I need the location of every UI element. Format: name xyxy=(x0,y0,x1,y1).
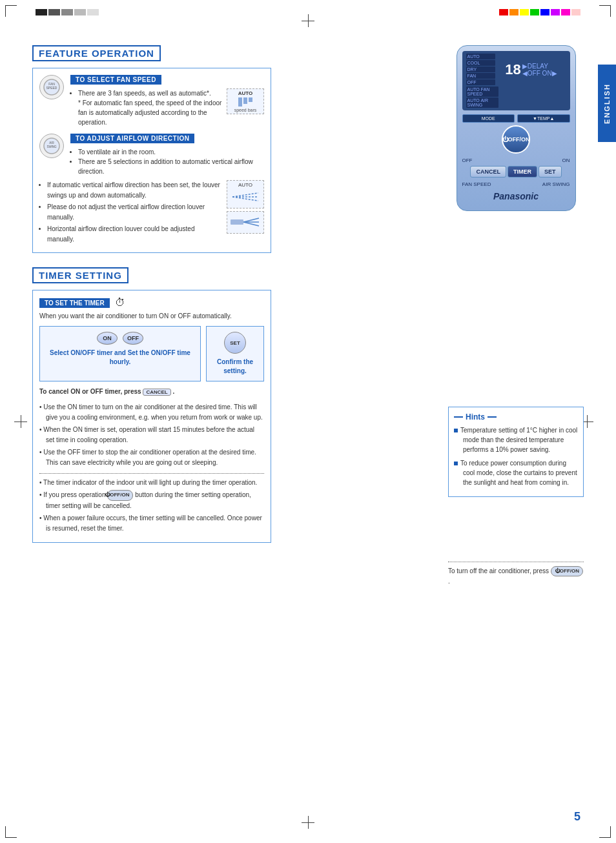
panasonic-logo: Panasonic xyxy=(462,191,570,201)
auto-fan-speed: AUTO FAN SPEED xyxy=(466,86,498,97)
airflow-diagram: AUTO xyxy=(227,180,264,234)
cancel-text: To cancel ON or OFF timer, press xyxy=(39,388,141,395)
timer-setting-title: TIMER SETTING xyxy=(32,267,128,283)
swatch-r2 xyxy=(509,9,518,15)
remote-control: AUTO COOL DRY FAN OFF 18 ▶DELAY ◀OFF ON▶… xyxy=(457,45,576,211)
timer-note-2: • If you press operation ⏻OFF/ON button … xyxy=(39,490,264,511)
airflow-extra: If automatic vertical airflow direction … xyxy=(39,180,264,246)
remote-display: AUTO COOL DRY FAN OFF 18 ▶DELAY ◀OFF ON▶… xyxy=(462,51,570,110)
timer-bullets: • Use the ON timer to turn on the air co… xyxy=(39,402,264,468)
timer-set-header: TO SET THE TIMER ⏱ xyxy=(39,297,264,309)
svg-rect-9 xyxy=(231,219,243,225)
feature-operation-title: FEATURE OPERATION xyxy=(32,45,161,61)
airflow-extra-1: If automatic vertical airflow direction … xyxy=(47,180,221,201)
set-button[interactable]: SET xyxy=(224,332,246,354)
air-swing-label: AIR SWING xyxy=(542,181,570,187)
off-button[interactable]: OFF xyxy=(123,332,143,345)
cancel-line: To cancel ON or OFF timer, press CANCEL … xyxy=(39,388,264,396)
right-display-items: AUTO FAN SPEED AUTO AIR SWING xyxy=(466,86,498,108)
fan-bullet-1: There are 3 fan speeds, as well as autom… xyxy=(78,88,223,98)
airflow-icon-area: AIR SWING xyxy=(39,134,64,176)
swatch-r4 xyxy=(530,9,539,15)
airflow-bullets: To ventilate air in the room. There are … xyxy=(70,147,264,176)
fan-speed-bullets: There are 3 fan speeds, as well as autom… xyxy=(70,88,223,127)
timer-icon: ⏱ xyxy=(115,297,125,309)
timer-bullet-3: • Use the OFF timer to stop the air cond… xyxy=(39,447,264,468)
cancel-timer-btn[interactable]: CANCEL xyxy=(470,166,506,178)
svg-line-6 xyxy=(232,193,258,197)
display-fan: FAN xyxy=(466,73,495,79)
hints-dash-right xyxy=(488,416,497,418)
fan-speed-diagram: AUTO speed bars xyxy=(227,88,264,114)
timer-confirm-box: SET Confirm the setting. xyxy=(206,326,264,381)
on-off-btn-row: ON OFF xyxy=(45,332,195,345)
fan-speed-content: TO SELECT FAN SPEED There are 3 fan spee… xyxy=(70,75,264,127)
airflow-header: TO ADJUST AIRFLOW DIRECTION xyxy=(70,134,194,143)
temp-delay: ▶DELAY ◀OFF ON▶ xyxy=(522,63,557,77)
offon-main-button[interactable]: ⏻OFF/ON xyxy=(502,125,530,154)
airflow-extra-3: Horizontal airflow direction louver coul… xyxy=(47,224,221,245)
svg-text:SPEED: SPEED xyxy=(46,86,57,90)
mode-btn[interactable]: MODE xyxy=(462,114,515,123)
bottom-note-text: To turn off the air conditioner, press xyxy=(448,567,549,574)
bullet-1 xyxy=(454,429,458,432)
set-timer-btn[interactable]: SET xyxy=(539,166,562,178)
timer-btn[interactable]: TIMER xyxy=(508,166,537,178)
display-cool: COOL xyxy=(466,60,495,66)
swatch-r5 xyxy=(540,9,549,15)
hint-1: Temperature setting of 1°C higher in coo… xyxy=(454,425,578,454)
svg-text:SWING: SWING xyxy=(46,145,57,148)
airflow-bullet-1: To ventilate air in the room. xyxy=(78,147,264,157)
corner-mark-tr xyxy=(599,5,611,17)
fan-speed-icon: FAN SPEED xyxy=(39,75,64,99)
temp-value: 18 xyxy=(505,61,520,78)
bottom-note-area: To turn off the air conditioner, press ⏻… xyxy=(448,562,584,586)
swatch-3 xyxy=(61,9,73,15)
hints-dash-left xyxy=(454,416,463,418)
airflow-content: TO ADJUST AIRFLOW DIRECTION To ventilate… xyxy=(70,134,264,176)
top-color-bar-right xyxy=(499,9,580,15)
auto-air-swing: AUTO AIR SWING xyxy=(466,97,498,108)
confirm-label: Confirm the setting. xyxy=(212,358,258,376)
timer-bullet-2: • When the ON timer is set, operation wi… xyxy=(39,425,264,445)
top-color-bar-left xyxy=(36,9,99,15)
corner-mark-br xyxy=(599,826,611,838)
language-label: ENGLISH xyxy=(603,83,611,124)
hints-content: Temperature setting of 1°C higher in coo… xyxy=(454,425,578,487)
cross-top-center xyxy=(302,14,314,27)
hint-2: To reduce power consumption during cool … xyxy=(454,458,578,487)
hints-box: Hints Temperature setting of 1°C higher … xyxy=(448,407,584,497)
on-button[interactable]: ON xyxy=(97,332,118,345)
corner-mark-bl xyxy=(5,826,17,838)
timer-bullet-1: • Use the ON timer to turn on the air co… xyxy=(39,402,264,423)
timer-onoff-label: Select ON/OFF timer and Set the ON/OFF t… xyxy=(45,349,195,367)
hints-title: Hints xyxy=(466,412,485,421)
fan-bullet-2: * For automatic fan speed, the speed of … xyxy=(78,98,223,127)
fan-speed-label: FAN SPEED xyxy=(462,181,491,187)
swatch-r7 xyxy=(561,9,570,15)
svg-line-10 xyxy=(243,218,259,222)
bottom-dotted-line xyxy=(448,562,584,562)
timer-note-3: • When a power failure occurs, the timer… xyxy=(39,513,264,534)
remote-timer-row: CANCEL TIMER SET xyxy=(462,166,570,178)
swatch-4 xyxy=(74,9,86,15)
timer-actions: ON OFF Select ON/OFF timer and Set the O… xyxy=(39,326,264,381)
cancel-button-inline[interactable]: CANCEL xyxy=(143,389,170,396)
remote-off-on-labels: OFF ON xyxy=(462,157,570,163)
corner-mark-tl xyxy=(5,5,17,17)
bottom-note: To turn off the air conditioner, press ⏻… xyxy=(448,566,584,586)
remote-mode-row: MODE ▼TEMP▲ xyxy=(462,114,570,123)
temp-btn[interactable]: ▼TEMP▲ xyxy=(517,114,570,123)
svg-text:AIR: AIR xyxy=(49,141,54,145)
on-label: ON xyxy=(562,157,570,163)
feature-operation-box: FAN SPEED TO SELECT FAN SPEED There are … xyxy=(32,68,271,253)
cross-bottom-center xyxy=(302,816,314,829)
temp-display: 18 ▶DELAY ◀OFF ON▶ xyxy=(497,54,566,85)
dotted-separator xyxy=(39,473,264,474)
offon-bottom-btn: ⏻OFF/ON xyxy=(551,566,583,576)
swatch-r8 xyxy=(571,9,580,15)
swatch-5 xyxy=(87,9,99,15)
airflow-icon: AIR SWING xyxy=(39,134,64,158)
swatch-r1 xyxy=(499,9,508,15)
timer-set-label: TO SET THE TIMER xyxy=(39,298,110,308)
